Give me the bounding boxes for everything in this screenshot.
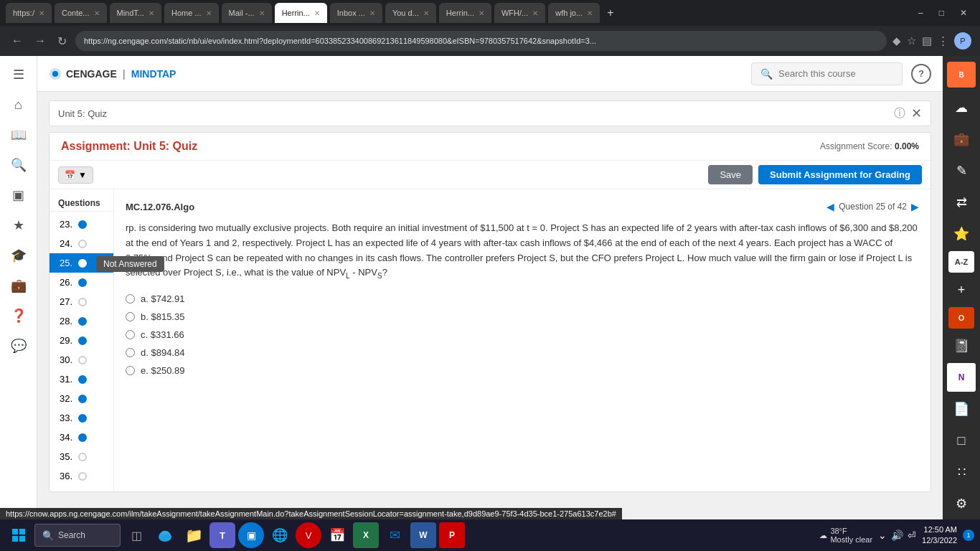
answer-option-d[interactable]: d. $894.84 [126,347,919,358]
question-item-34[interactable]: 34. [50,428,113,447]
info-button[interactable]: ⓘ [894,106,905,121]
question-item-28[interactable]: 28. [50,311,113,331]
star-r-icon[interactable]: ⭐ [947,220,976,248]
maximize-button[interactable]: □ [932,5,951,21]
taskbar-teams-icon[interactable]: T [209,522,235,548]
tab-7[interactable]: Inbox ...✕ [330,3,382,23]
sidebar-briefcase-icon[interactable]: 💼 [6,273,32,298]
tab-11[interactable]: wfh jo...✕ [548,3,600,23]
quiz-close-button[interactable]: ✕ [911,105,922,121]
submit-assignment-button[interactable]: Submit Assignment for Grading [758,165,922,184]
tab-3[interactable]: MindT...✕ [110,3,162,23]
tab-close-9[interactable]: ✕ [479,9,484,17]
bongo-button[interactable]: B [947,62,976,88]
forward-button[interactable]: → [32,32,49,50]
sidebar-search-icon[interactable]: 🔍 [6,152,32,178]
taskbar-apps-icon[interactable]: ▣ [238,522,264,548]
tab-9[interactable]: Herrin...✕ [439,3,491,23]
taskbar-word-icon[interactable]: W [410,522,436,548]
new-tab-button[interactable]: + [603,6,618,19]
tab-close-11[interactable]: ✕ [587,9,593,17]
radio-a[interactable] [126,294,135,303]
volume-icon[interactable]: 🔊 [891,529,903,541]
answer-option-b[interactable]: b. $815.35 [126,311,919,322]
question-item-32[interactable]: 32. [50,389,113,408]
taskbar-pdf-icon[interactable]: P [439,522,465,548]
taskbar-mail-icon[interactable]: ✉ [382,522,407,548]
answer-option-a[interactable]: a. $742.91 [126,293,919,304]
calculator-button[interactable]: 📅 ▼ [58,166,93,184]
question-item-36[interactable]: 36. [50,466,113,486]
clock-display[interactable]: 12:50 AM 12/3/2022 [922,524,957,547]
tab-4[interactable]: Home ...✕ [164,3,219,23]
help-button[interactable]: ? [911,64,931,84]
sidebar-home-icon[interactable]: ⌂ [6,92,32,118]
tab-1[interactable]: https:/✕ [6,3,52,23]
tab-6-active[interactable]: Herrin...✕ [275,3,327,23]
extensions-icon[interactable]: ◆ [892,34,901,47]
next-question-button[interactable]: ▶ [911,201,919,212]
minimize-button[interactable]: – [911,5,930,21]
tab-8[interactable]: You d...✕ [385,3,436,23]
taskbar-explorer-icon[interactable]: 📁 [181,522,207,548]
notebook-icon[interactable]: 📓 [947,331,976,360]
wifi-icon[interactable]: ∷ [947,458,976,486]
taskbar-vpn-icon[interactable]: V [296,522,321,548]
radio-d[interactable] [126,348,135,357]
settings-icon[interactable]: ⋮ [938,34,948,47]
sidebar-apps-icon[interactable]: ▣ [6,182,32,208]
tab-close-8[interactable]: ✕ [423,9,429,17]
expand-r-icon[interactable]: □ [947,426,976,455]
favorites-icon[interactable]: ☆ [907,34,916,47]
back-button[interactable]: ← [9,32,26,50]
question-item-25[interactable]: 25. Not Answered [50,253,113,273]
taskbar-search-box[interactable]: 🔍 Search [34,524,121,547]
question-item-33[interactable]: 33. [50,408,113,428]
url-bar[interactable]: https://ng.cengage.com/static/nb/ui/evo/… [75,31,887,51]
tab-close-3[interactable]: ✕ [149,9,154,17]
sidebar-expand-icon[interactable]: ☰ [6,62,32,88]
sidebar-graduation-icon[interactable]: 🎓 [6,242,32,268]
pencil-icon[interactable]: ✎ [947,156,976,185]
refresh-button[interactable]: ↻ [55,32,70,51]
tab-2[interactable]: Conte...✕ [55,3,107,23]
start-button[interactable] [6,522,32,548]
answer-option-e[interactable]: e. $250.89 [126,365,919,376]
notes-icon[interactable]: 📄 [947,395,976,423]
tab-10[interactable]: WFH/...✕ [494,3,545,23]
onenote-icon[interactable]: N [947,363,976,392]
sidebar-chat-icon[interactable]: 💬 [6,333,32,359]
sidebar-book-icon[interactable]: 📖 [6,122,32,148]
question-item-29[interactable]: 29. [50,331,113,350]
network-icon[interactable]: ⌄ [878,529,887,541]
tab-close-7[interactable]: ✕ [369,9,375,17]
taskbar-task-view[interactable]: ◫ [123,522,149,548]
question-item-31[interactable]: 31. [50,369,113,389]
question-item-30[interactable]: 30. [50,350,113,369]
profile-avatar[interactable]: P [954,32,971,50]
radio-b[interactable] [126,312,135,321]
question-item-26[interactable]: 26. [50,273,113,292]
taskbar-excel-icon[interactable]: X [353,522,379,548]
course-search-box[interactable]: 🔍 [751,62,903,85]
tab-close-1[interactable]: ✕ [39,9,44,17]
question-item-27[interactable]: 27. [50,292,113,311]
close-button[interactable]: ✕ [953,5,974,21]
add-icon[interactable]: + [947,276,976,304]
sidebar-star-icon[interactable]: ★ [6,212,32,238]
search-input[interactable] [778,68,893,79]
taskbar-calendar-icon[interactable]: 📅 [324,522,350,548]
briefcase-r-icon[interactable]: 💼 [947,125,976,154]
radio-e[interactable] [126,366,135,375]
radio-c[interactable] [126,330,135,339]
cloud-icon[interactable]: ☁ [947,93,976,122]
taskbar-edge-icon[interactable] [152,522,178,548]
tab-close-5[interactable]: ✕ [259,9,265,17]
answer-option-c[interactable]: c. $331.66 [126,329,919,340]
taskbar-browser-icon[interactable]: 🌐 [267,522,293,548]
battery-icon[interactable]: ⏎ [908,529,916,541]
tab-5[interactable]: Mail -...✕ [222,3,272,23]
az-dictionary-button[interactable]: A-Z [948,251,974,273]
office-button[interactable]: O [948,307,974,329]
save-button[interactable]: Save [708,165,753,184]
